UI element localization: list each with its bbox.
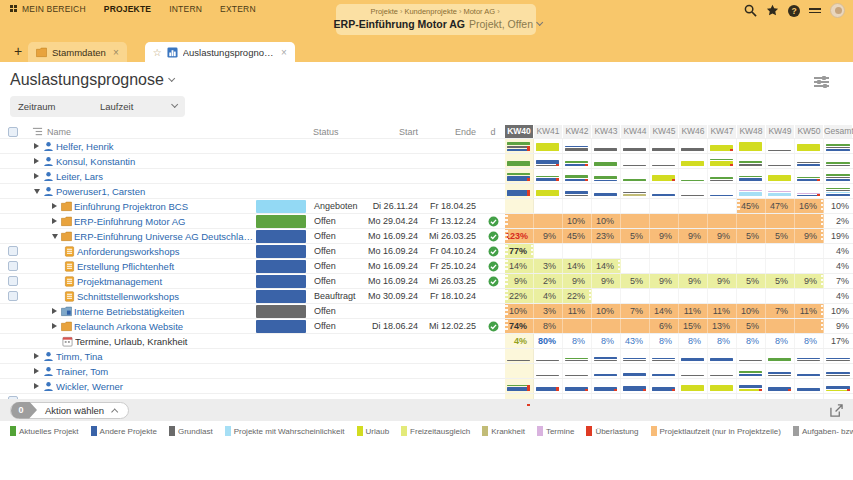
week-cell: 7% <box>766 304 795 318</box>
row-name[interactable]: Erstellung Pflichtenheft <box>77 261 254 272</box>
expand-arrow-icon[interactable] <box>34 143 39 149</box>
expand-arrow-icon[interactable] <box>52 234 58 239</box>
row-name[interactable]: Leiter, Lars <box>56 171 254 182</box>
close-icon[interactable]: × <box>281 47 287 58</box>
row-name[interactable]: Einführung Projektron BCS <box>74 201 254 212</box>
week-header-kw45[interactable]: KW45 <box>650 125 679 138</box>
week-cell <box>563 379 592 393</box>
expand-arrow-icon[interactable] <box>34 173 39 179</box>
star-icon[interactable]: ☆ <box>153 47 162 58</box>
search-icon[interactable] <box>744 4 757 17</box>
export-icon[interactable] <box>830 404 843 417</box>
row-name[interactable]: Poweruser1, Carsten <box>56 186 254 197</box>
menu-item-extern[interactable]: EXTERN <box>220 4 256 14</box>
row-name[interactable]: Interne Betriebstätigkeiten <box>74 306 254 317</box>
row-gesamt-cell: 4% <box>824 289 853 303</box>
row-name[interactable]: Schnittstellenworkshops <box>77 291 254 302</box>
utilization-bar <box>768 164 791 166</box>
table-row: Relaunch Arkona WebsiteOffenDi 18.06.24M… <box>0 318 853 333</box>
expand-arrow-icon[interactable] <box>52 203 57 209</box>
week-header-kw50[interactable]: KW50 <box>795 125 824 138</box>
row-name[interactable]: Helfer, Henrik <box>56 141 254 152</box>
expand-arrow-icon[interactable] <box>34 158 39 164</box>
row-name[interactable]: ERP-Einführung Universe AG Deutschland <box>74 231 254 242</box>
breadcrumb-link[interactable]: Projekte <box>370 7 398 16</box>
tab-auslastungsprognose[interactable]: ☆Auslastungsprognose× <box>145 42 295 62</box>
expand-arrow-icon[interactable] <box>34 189 40 194</box>
menu-item-mein-bereich[interactable]: MEIN BEREICH <box>10 4 86 14</box>
row-name[interactable]: Trainer, Tom <box>56 366 254 377</box>
expand-arrow-icon[interactable] <box>52 308 57 314</box>
week-header-kw48[interactable]: KW48 <box>737 125 766 138</box>
week-cell <box>795 259 824 273</box>
breadcrumb-link[interactable]: Kundenprojekte <box>404 7 457 16</box>
avatar[interactable] <box>830 3 845 18</box>
gesamt-value: 17% <box>824 334 853 348</box>
table-row: AnforderungsworkshopsOffenMo 16.09.24Fr … <box>0 243 853 258</box>
new-tab-button[interactable]: + <box>8 43 28 59</box>
week-header-kw49[interactable]: KW49 <box>766 125 795 138</box>
expand-arrow-icon[interactable] <box>52 218 57 224</box>
week-header-kw46[interactable]: KW46 <box>679 125 708 138</box>
row-checkbox[interactable] <box>8 291 18 301</box>
week-cell <box>621 259 650 273</box>
utilization-value: 2% <box>534 274 562 288</box>
week-header-kw40[interactable]: KW40 <box>505 125 534 138</box>
star-icon[interactable] <box>766 4 779 17</box>
utilization-bar <box>681 374 704 376</box>
utilization-bar <box>565 145 588 151</box>
row-name[interactable]: ERP-Einführung Motor AG <box>74 216 254 227</box>
expand-arrow-icon[interactable] <box>34 353 39 359</box>
row-ende-cell: Fr 04.10.24 <box>426 244 484 258</box>
bar-segment-k <box>623 165 646 166</box>
week-header-kw47[interactable]: KW47 <box>708 125 737 138</box>
tab-stammdaten[interactable]: Stammdaten× <box>28 42 127 62</box>
week-header-kw41[interactable]: KW41 <box>534 125 563 138</box>
project-selector[interactable]: ERP-Einführung Motor AG Projekt, Offen <box>346 18 526 30</box>
menu-item-intern[interactable]: INTERN <box>169 4 202 14</box>
page-title-group[interactable]: Auslastungsprognose <box>10 71 174 89</box>
row-name[interactable]: Konsul, Konstantin <box>56 156 254 167</box>
bar-segment-b <box>797 164 820 166</box>
select-all-checkbox[interactable] <box>8 127 18 137</box>
help-icon[interactable]: ? <box>788 5 800 17</box>
breadcrumb-link[interactable]: Motor AG <box>463 7 495 16</box>
tab-label: Auslastungsprognose <box>183 47 274 58</box>
top-bar: MEIN BEREICHPROJEKTEINTERNEXTERN Projekt… <box>0 0 853 40</box>
week-cell <box>621 214 650 228</box>
expand-arrow-icon[interactable] <box>52 323 57 329</box>
week-header-kw44[interactable]: KW44 <box>621 125 650 138</box>
week-cell <box>505 364 534 378</box>
header-start: Start <box>360 127 426 137</box>
expand-arrow-icon[interactable] <box>34 383 39 389</box>
view-settings-icon[interactable] <box>814 75 829 88</box>
week-header-kw43[interactable]: KW43 <box>592 125 621 138</box>
row-checkbox[interactable] <box>8 246 18 256</box>
row-weeks <box>505 364 824 378</box>
utilization-bar <box>536 189 559 196</box>
week-header-kw42[interactable]: KW42 <box>563 125 592 138</box>
utilization-value: 6% <box>650 319 678 333</box>
menu-item-projekte[interactable]: PROJEKTE <box>104 4 151 14</box>
row-weeks <box>505 154 824 168</box>
zeitraum-filter[interactable]: Zeitraum Laufzeit <box>10 96 185 117</box>
bar-segment-u <box>536 190 559 196</box>
row-name[interactable]: Wickler, Werner <box>56 381 254 392</box>
utilization-value: 5% <box>766 229 794 243</box>
row-checkbox[interactable] <box>8 261 18 271</box>
utilization-bar <box>623 191 646 196</box>
row-checkbox[interactable] <box>8 276 18 286</box>
week-cell <box>563 244 592 258</box>
row-name[interactable]: Projektmanagement <box>77 276 254 287</box>
row-checkbox-cell <box>0 154 26 168</box>
menu-icon[interactable] <box>809 6 821 16</box>
gesamt-value: 10% <box>824 304 853 318</box>
row-name[interactable]: Timm, Tina <box>56 351 254 362</box>
row-d-cell <box>484 274 502 288</box>
row-start-cell: Mo 16.09.24 <box>360 229 426 243</box>
row-name[interactable]: Anforderungsworkshops <box>77 246 254 257</box>
expand-arrow-icon[interactable] <box>34 368 39 374</box>
action-select[interactable]: 0 Aktion wählen <box>10 402 129 419</box>
row-name[interactable]: Relaunch Arkona Website <box>74 321 254 332</box>
close-icon[interactable]: × <box>113 47 119 58</box>
